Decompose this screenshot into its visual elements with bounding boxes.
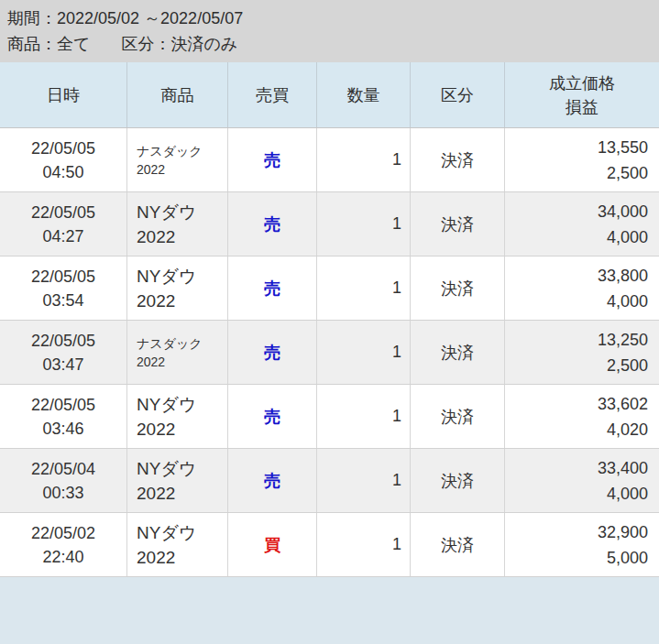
table-row[interactable]: 22/05/05 03:47 ナスダック 2022 売 1 決済 13,250 …: [0, 321, 659, 385]
trade-history-table: 日時 商品 売買 数量 区分 成立価格 損益 22/05/05 04:50 ナス…: [0, 62, 659, 577]
table-row[interactable]: 22/05/05 04:50 ナスダック 2022 売 1 決済 13,550 …: [0, 128, 659, 192]
profit-loss-value: 5,000: [607, 545, 648, 571]
cell-side: 買: [227, 513, 316, 576]
cell-price-pl: 33,800 4,000: [504, 257, 659, 320]
price-value: 13,550: [598, 135, 648, 160]
cell-price-pl: 32,900 5,000: [504, 513, 659, 576]
cell-side: 売: [227, 385, 316, 448]
price-value: 34,000: [598, 199, 648, 224]
profit-loss-value: 4,000: [607, 289, 648, 314]
cell-category: 決済: [410, 128, 504, 191]
period-filter-label: 期間：2022/05/02 ～2022/05/07: [7, 5, 652, 31]
filter-line-2: 商品：全て区分：決済のみ: [7, 31, 652, 57]
profit-loss-value: 4,020: [607, 417, 648, 442]
table-row[interactable]: 22/05/04 00:33 NYダウ 2022 売 1 決済 33,400 4…: [0, 449, 659, 513]
price-value: 32,900: [598, 519, 648, 545]
cell-price-pl: 13,550 2,500: [504, 128, 659, 191]
cell-price-pl: 33,400 4,000: [504, 449, 659, 512]
header-quantity: 数量: [316, 62, 410, 127]
cell-quantity: 1: [316, 449, 410, 512]
cell-price-pl: 33,602 4,020: [504, 385, 659, 448]
cell-product: ナスダック 2022: [126, 128, 227, 191]
header-product: 商品: [126, 62, 227, 127]
cell-side: 売: [227, 257, 316, 320]
cell-product: NYダウ 2022: [126, 257, 227, 320]
cell-quantity: 1: [316, 257, 410, 320]
cell-category: 決済: [410, 192, 504, 256]
cell-datetime: 22/05/05 03:46: [0, 385, 126, 448]
footer-area: [0, 577, 659, 644]
cell-quantity: 1: [316, 192, 410, 256]
cell-quantity: 1: [316, 321, 410, 384]
header-price-line1: 成立価格: [549, 71, 615, 95]
cell-category: 決済: [410, 257, 504, 320]
price-value: 33,800: [598, 263, 648, 289]
cell-product: NYダウ 2022: [126, 449, 227, 512]
cell-side: 売: [227, 321, 316, 384]
cell-price-pl: 34,000 4,000: [504, 192, 659, 256]
cell-category: 決済: [410, 513, 504, 576]
cell-category: 決済: [410, 385, 504, 448]
table-row[interactable]: 22/05/05 04:27 NYダウ 2022 売 1 決済 34,000 4…: [0, 192, 659, 257]
profit-loss-value: 2,500: [607, 160, 648, 186]
cell-product: NYダウ 2022: [126, 513, 227, 576]
header-category: 区分: [410, 62, 504, 127]
cell-side: 売: [227, 449, 316, 512]
table-row[interactable]: 22/05/05 03:46 NYダウ 2022 売 1 決済 33,602 4…: [0, 385, 659, 449]
cell-quantity: 1: [316, 385, 410, 448]
price-value: 13,250: [598, 327, 648, 353]
cell-datetime: 22/05/05 03:54: [0, 257, 126, 320]
header-price-pl: 成立価格 損益: [504, 62, 659, 127]
header-datetime: 日時: [0, 62, 126, 127]
cell-quantity: 1: [316, 513, 410, 576]
category-filter-label: 区分：決済のみ: [121, 35, 237, 53]
filter-bar: 期間：2022/05/02 ～2022/05/07 商品：全て区分：決済のみ: [0, 0, 659, 62]
price-value: 33,400: [598, 455, 648, 481]
header-side: 売買: [227, 62, 316, 127]
profit-loss-value: 4,000: [607, 481, 648, 507]
table-header-row: 日時 商品 売買 数量 区分 成立価格 損益: [0, 62, 659, 128]
product-filter-label: 商品：全て: [7, 35, 90, 53]
cell-category: 決済: [410, 449, 504, 512]
cell-category: 決済: [410, 321, 504, 384]
cell-product: ナスダック 2022: [126, 321, 227, 384]
cell-side: 売: [227, 192, 316, 256]
table-row[interactable]: 22/05/05 03:54 NYダウ 2022 売 1 決済 33,800 4…: [0, 257, 659, 321]
cell-product: NYダウ 2022: [126, 385, 227, 448]
header-price-line2: 損益: [566, 95, 599, 119]
profit-loss-value: 2,500: [607, 353, 648, 378]
table-row[interactable]: 22/05/02 22:40 NYダウ 2022 買 1 決済 32,900 5…: [0, 513, 659, 577]
cell-datetime: 22/05/05 03:47: [0, 321, 126, 384]
cell-datetime: 22/05/04 00:33: [0, 449, 126, 512]
cell-datetime: 22/05/02 22:40: [0, 513, 126, 576]
trade-history-screen: 期間：2022/05/02 ～2022/05/07 商品：全て区分：決済のみ 日…: [0, 0, 659, 644]
cell-quantity: 1: [316, 128, 410, 191]
cell-side: 売: [227, 128, 316, 191]
price-value: 33,602: [598, 391, 648, 417]
cell-datetime: 22/05/05 04:50: [0, 128, 126, 191]
cell-datetime: 22/05/05 04:27: [0, 192, 126, 256]
profit-loss-value: 4,000: [607, 224, 648, 250]
cell-price-pl: 13,250 2,500: [504, 321, 659, 384]
cell-product: NYダウ 2022: [126, 192, 227, 256]
